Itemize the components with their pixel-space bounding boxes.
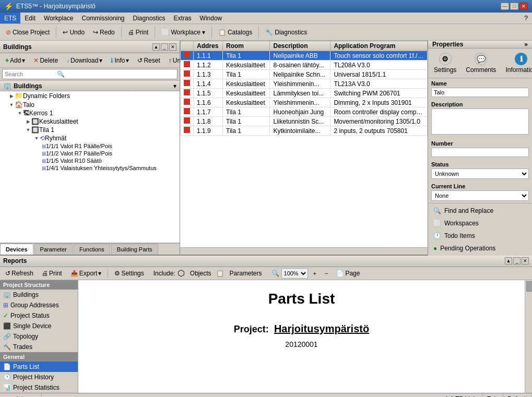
close-project-button[interactable]: ⊘ Close Project [2,26,53,39]
reports-item-project-status[interactable]: ✓ Project Status [0,310,78,321]
info-button[interactable]: ℹ Info ▾ [108,55,132,66]
row-icon-cell [181,107,194,117]
table-row[interactable]: 1.1.1 Tila 1 Nelipainike ABB Touch senso… [181,51,428,61]
col-icon [181,41,194,51]
find-replace-item[interactable]: 🔍 Find and Replace [431,206,529,216]
row-room: Keskuslaitteet [223,79,270,89]
description-textarea[interactable] [431,109,529,135]
undo-button[interactable]: ↩ Undo [59,26,88,39]
todo-items-item[interactable]: 🕐 Todo Items [431,231,529,241]
panel-minimize-button[interactable]: _ [161,43,168,51]
table-row[interactable]: 1.1.5 Keskuslaitteet Lämmityksen toi... … [181,89,428,98]
table-row[interactable]: 1.1.3 Tila 1 Nelipainike Schn... Univers… [181,70,428,79]
menu-workplace[interactable]: Workplace [40,13,77,23]
include-label: Include: [153,270,175,277]
search-box[interactable]: 🔍 [2,69,178,79]
reports-item-group-addresses[interactable]: ⊞ Group Addresses [0,300,78,310]
number-input[interactable] [431,148,529,157]
reports-item-parts-list[interactable]: 📄 Parts List [0,362,78,372]
tree-item-ryhmat[interactable]: ▼ ⟲ Ryhmät [0,134,180,142]
reports-item-project-statistics[interactable]: 📊 Project Statistics [0,382,78,393]
close-button[interactable]: ✕ [519,3,528,10]
maximize-button[interactable]: □ [510,3,518,10]
workspaces-item[interactable]: ⬜ Workspaces [431,218,529,228]
menu-help[interactable]: ? [520,13,532,23]
row-app: Switching PWM 206701 [330,89,428,98]
reports-up-button[interactable]: ▲ [505,257,512,264]
page-button[interactable]: 📄 Page [333,268,363,279]
download-button[interactable]: ↓ Download ▾ [63,55,105,66]
tab-devices[interactable]: Devices [0,244,33,255]
reports-settings-button[interactable]: ⚙ Settings [111,268,147,279]
reports-item-trades[interactable]: 🔨 Trades [0,342,78,352]
catalogs-button[interactable]: 📋 Catalogs [215,26,256,39]
table-row[interactable]: 1.1.9 Tila 1 Kytkintoimilaite... 2 input… [181,126,428,136]
table-row[interactable]: 1.1.2 Keskuslaitteet 8-osainen lähtöy...… [181,61,428,70]
redo-button[interactable]: ↪ Redo [89,26,119,39]
tree-item-group2[interactable]: ⊞ 1/1/2 Valot R7 Päälle/Pois [0,150,180,157]
horizontal-scrollbar[interactable] [180,247,428,255]
panel-close-button[interactable]: ✕ [169,43,176,51]
menu-window[interactable]: Window [196,13,227,23]
menu-diagnostics[interactable]: Diagnostics [129,13,170,23]
tree-item-talo[interactable]: ▼ 🏠 Talo [0,100,180,109]
status-select[interactable]: Unknown [431,169,529,179]
menu-extras[interactable]: Extras [170,13,196,23]
reports-min-button[interactable]: _ [513,257,521,264]
objects-button[interactable]: Objects [187,268,215,279]
properties-expand-icon[interactable]: » [524,41,528,48]
reports-item-project-history[interactable]: 🕐 Project History [0,372,78,382]
table-row[interactable]: 1.1.7 Tila 1 Huoneohjain Jung Room contr… [181,107,428,117]
panel-up-button[interactable]: ▲ [152,43,160,51]
project-history-icon: 🕐 [3,374,11,381]
table-row[interactable]: 1.1.8 Tila 1 Liiketunnistin Sc... Moveme… [181,117,428,126]
tree-item-group4[interactable]: ⊞ 1/4/1 Valaistuksen Yhteissytytys/Sammu… [0,164,180,172]
description-field: Description [428,99,532,138]
comments-button[interactable]: 💬 Comments [462,51,500,76]
properties-title: Properties [432,41,463,48]
reports-vertical-scrollbar[interactable] [525,280,532,393]
minimize-button[interactable]: — [501,3,509,10]
tab-building-parts[interactable]: Building Parts [111,244,158,255]
tree-item-group3[interactable]: ⊞ 1/1/5 Valot R10 Säätö [0,157,180,164]
menu-edit[interactable]: Edit [20,13,40,23]
reports-print-button[interactable]: 🖨 Print [39,268,65,279]
zoom-out-button[interactable]: − [322,269,331,278]
room-icon: 🔲 [31,118,39,125]
name-input[interactable] [431,88,529,97]
tree-item-group1[interactable]: ⊞ 1/1/1 Valot R1 Päälle/Pois [0,142,180,150]
pending-ops-item[interactable]: ● Pending Operations [431,243,529,254]
table-row[interactable]: 1.1.6 Keskuslaitteet Yleishimmenin... Di… [181,98,428,107]
zoom-select[interactable]: 100% [281,268,308,279]
current-line-select[interactable]: None [431,190,529,201]
tab-parameter[interactable]: Parameter [34,244,73,255]
tree-item-dynamic-folders[interactable]: ▶ 📁 Dynamic Folders [0,91,180,100]
tree-item-kerros1[interactable]: ▼ 🏗 Kerros 1 [0,109,180,117]
settings-button[interactable]: ⚙ Settings [430,51,460,76]
buildings-title: Buildings [3,43,32,51]
refresh-button[interactable]: ↺ Refresh [2,268,37,279]
reports-close-button[interactable]: ✕ [522,257,529,264]
print-button[interactable]: 🖨 Print [124,26,152,39]
table-row[interactable]: 1.1.4 Keskuslaitteet Yleishimmenin... TL… [181,79,428,89]
tree-item-tila1[interactable]: ▼ 🔲 Tila 1 [0,126,180,134]
information-button[interactable]: ℹ Information [502,51,532,76]
export-button[interactable]: 📤 Export ▾ [67,268,105,279]
workplace-button[interactable]: ⬜ Workplace ▾ [158,26,208,39]
tree-item-keskuslaitteet[interactable]: ▶ 🔲 Keskuslaitteet [0,117,180,126]
add-button[interactable]: + Add ▾ [2,55,28,66]
tab-functions[interactable]: Functions [74,244,110,255]
zoom-in-button[interactable]: + [310,269,320,278]
reports-item-topology[interactable]: 🔗 Topology [0,331,78,342]
menu-ets[interactable]: ETS [0,13,20,23]
diagnostics-button[interactable]: 🔧 Diagnostics [262,26,311,39]
search-input[interactable] [5,71,57,77]
reset-button[interactable]: ↺ Reset [134,55,163,66]
parameters-button[interactable]: Parameters [226,268,265,279]
reports-item-buildings[interactable]: 🏢 Buildings [0,290,78,300]
group-addresses-icon: ⊞ [3,302,8,309]
reports-item-single-device[interactable]: ⬛ Single Device [0,321,78,331]
tree-view[interactable]: ▶ 📁 Dynamic Folders ▼ 🏠 Talo ▼ 🏗 Kerros … [0,91,180,243]
delete-button[interactable]: ✕ Delete [30,55,61,66]
menu-commissioning[interactable]: Commissioning [78,13,129,23]
